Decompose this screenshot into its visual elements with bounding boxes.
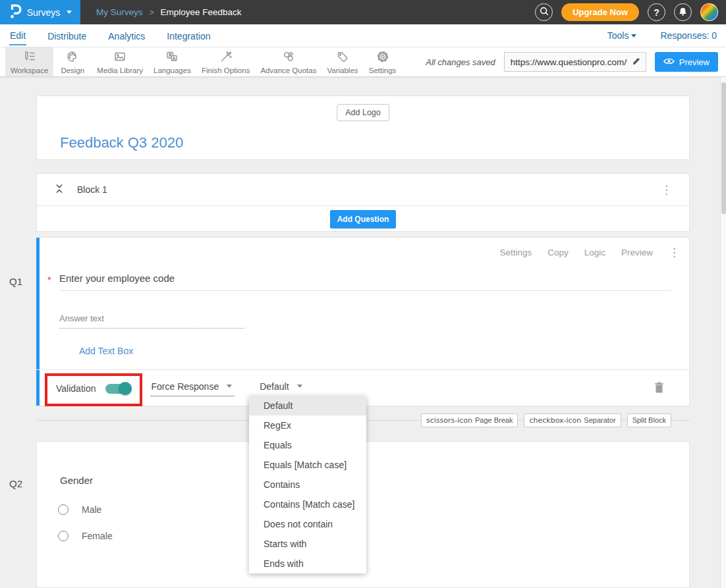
toolbar-item-finish-options[interactable]: Finish Options [196,47,256,76]
survey-title[interactable]: Feedback Q3 2020 [60,134,183,151]
collapse-block-icon[interactable] [55,184,63,196]
gear-icon [376,50,389,65]
breadcrumb-my-surveys[interactable]: My Surveys [96,7,143,17]
validation-label: Validation [56,383,96,394]
toolbar-item-label: Settings [369,67,397,74]
question-mark-icon: ? [654,7,659,18]
bell-icon [678,7,688,18]
links-icon [282,50,295,65]
force-response-dropdown[interactable]: Force Response [150,381,235,396]
add-logo-button[interactable]: Add Logo [337,104,389,121]
questionpro-logo-icon [9,3,22,22]
tools-dropdown[interactable]: Tools [607,30,637,41]
eye-icon [663,57,675,67]
search-button[interactable] [535,3,553,21]
menu-item-does-not-contain[interactable]: Does not contain [249,514,366,534]
brand-product-label: Surveys [27,7,61,18]
q1-side-label: Q1 [9,276,22,287]
add-question-row: Add Question [37,206,689,232]
menu-item-default[interactable]: Default [249,396,366,415]
tab-integration[interactable]: Integration [166,26,211,45]
page-break-button[interactable]: scissors-icon Page Break [421,414,518,427]
edit-toolbar: Workspace Design Media Library Languages… [0,47,726,77]
tab-edit[interactable]: Edit [9,26,26,45]
toolbar-item-label: Advance Quotas [260,67,316,74]
notifications-button[interactable] [674,3,692,21]
caret-down-icon [631,34,636,38]
product-switcher[interactable]: Surveys [0,0,80,24]
toolbar-item-advance-quotas[interactable]: Advance Quotas [255,47,321,76]
scissors-icon: scissors-icon [426,416,472,425]
question-logic-link[interactable]: Logic [584,248,605,257]
menu-item-equals-match-case[interactable]: Equals [Match case] [249,455,366,475]
add-text-box-link[interactable]: Add Text Box [79,346,133,356]
force-response-label: Force Response [151,381,219,392]
toolbar-item-label: Media Library [97,67,143,74]
palette-icon [66,50,79,65]
delete-question-button[interactable] [654,381,665,396]
survey-url-input[interactable] [504,52,646,72]
image-icon [113,50,126,65]
question-title[interactable]: Gender [60,475,93,486]
menu-item-starts-with[interactable]: Starts with [249,534,366,554]
caret-down-icon [297,385,302,388]
workspace-icon [23,50,36,65]
answer-text-input[interactable]: Answer text [59,313,104,323]
split-block-button[interactable]: Split Block [627,414,671,427]
scrollbar-thumb[interactable] [721,82,726,214]
nav-tab-bar: Edit Distribute Analytics Integration To… [0,24,726,47]
scrollbar-track [720,77,726,588]
question-preview-link[interactable]: Preview [621,248,653,257]
menu-item-regex[interactable]: RegEx [249,415,366,435]
preview-button[interactable]: Preview [655,52,718,72]
add-question-button[interactable]: Add Question [330,210,397,228]
menu-item-contains-match-case[interactable]: Contains [Match case] [249,494,366,514]
question-settings-link[interactable]: Settings [499,248,532,257]
question-title-underline [59,290,671,291]
menu-item-contains[interactable]: Contains [249,475,366,494]
edit-url-pencil-icon[interactable] [630,56,642,68]
toolbar-item-design[interactable]: Design [53,47,92,76]
toolbar-item-label: Finish Options [202,67,250,74]
menu-item-ends-with[interactable]: Ends with [249,554,366,574]
question-copy-link[interactable]: Copy [547,248,569,257]
toolbar-item-label: Variables [327,67,358,74]
search-icon [539,6,549,18]
trash-icon [654,385,665,396]
validation-toggle[interactable] [105,384,130,394]
validation-type-dropdown[interactable]: Default [259,381,304,396]
page-break-label: Page Break [475,416,513,425]
toolbar-item-media-library[interactable]: Media Library [92,47,148,76]
breadcrumb-separator: > [150,8,154,17]
toolbar-item-languages[interactable]: Languages [148,47,196,76]
help-button[interactable]: ? [648,3,665,21]
top-bar: Surveys My Surveys > Employee Feedback U… [0,0,726,24]
answer-input-underline [59,328,244,329]
tab-distribute[interactable]: Distribute [47,26,87,45]
survey-header-card: Add Logo Feedback Q3 2020 [36,95,690,160]
caret-down-icon [67,11,72,14]
divider-actions: scissors-icon Page Break checkbox-icon S… [421,414,671,427]
block-title[interactable]: Block 1 [77,184,107,195]
translate-icon [165,50,179,65]
radio-option-female[interactable]: Female [58,531,113,541]
toolbar-item-settings[interactable]: Settings [364,47,402,76]
toolbar-item-variables[interactable]: Variables [321,47,363,76]
block-kebab-menu-icon[interactable]: ⋮ [661,184,672,196]
tab-analytics[interactable]: Analytics [107,26,146,45]
avatar[interactable] [700,3,718,21]
toolbar-item-label: Workspace [11,67,48,74]
preview-label: Preview [679,57,710,67]
separator-label: Separator [584,416,615,425]
question-title[interactable]: Enter your employee code [59,273,175,284]
radio-circle-icon [58,504,69,515]
validation-type-menu: Default RegEx Equals Equals [Match case]… [249,396,366,574]
question-kebab-menu-icon[interactable]: ⋮ [669,247,680,258]
toolbar-item-workspace[interactable]: Workspace [5,47,53,76]
radio-option-male[interactable]: Male [58,504,101,515]
upgrade-now-button[interactable]: Upgrade Now [561,3,639,21]
menu-item-equals[interactable]: Equals [249,435,366,455]
responses-count[interactable]: Responses: 0 [660,30,717,41]
separator-button[interactable]: checkbox-icon Separator [524,414,621,427]
required-asterisk: * [47,274,51,285]
